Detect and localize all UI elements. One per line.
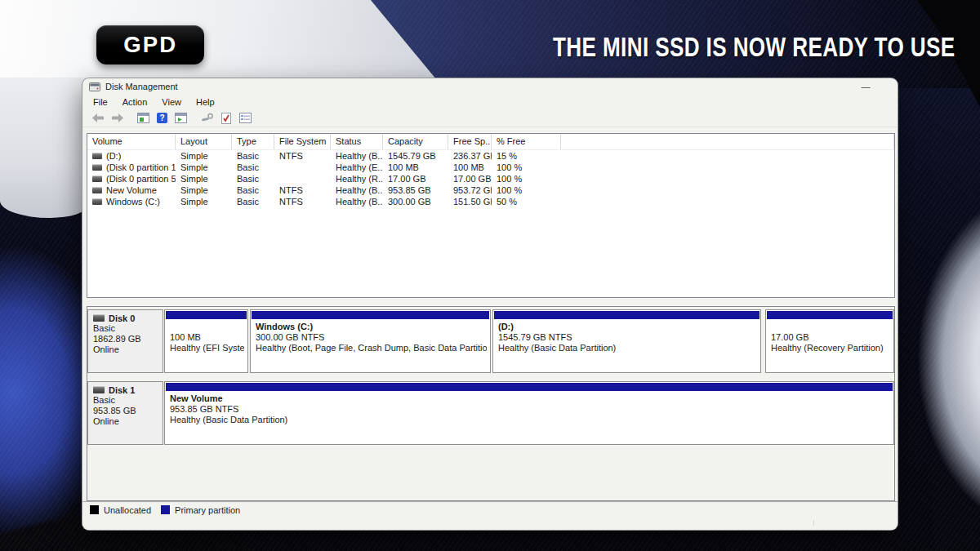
partition-status: Healthy (Basic Data Partition) — [498, 343, 757, 353]
disk-label[interactable]: Disk 1 Basic 953.85 GB Online — [87, 381, 163, 445]
cell-type: Basic — [232, 151, 274, 161]
cell-type: Basic — [232, 162, 274, 172]
table-row[interactable]: Windows (C:) Simple Basic NTFS Healthy (… — [87, 196, 894, 207]
disk-size: 1862.89 GB — [93, 334, 163, 344]
legend: Unallocated Primary partition — [82, 501, 898, 518]
cell-type: Basic — [232, 174, 274, 184]
table-row[interactable]: New Volume Simple Basic NTFS Healthy (B.… — [87, 184, 894, 196]
partition-title: New Volume — [170, 393, 890, 404]
volume-icon — [92, 164, 102, 171]
column-header-status[interactable]: Status — [331, 134, 383, 149]
cell-percent-free: 100 % — [492, 185, 561, 195]
window-title: Disk Management — [105, 82, 178, 91]
column-header-file-system[interactable]: File System — [274, 134, 331, 149]
partition-color-bar — [166, 383, 893, 391]
cell-layout: Simple — [176, 151, 232, 161]
cell-status: Healthy (B... — [331, 151, 383, 161]
cell-status: Healthy (B... — [331, 197, 383, 207]
gpd-logo-text: GPD — [123, 33, 177, 58]
menu-item-help[interactable]: Help — [196, 97, 215, 107]
window-title-bar[interactable]: Disk Management — — [82, 78, 898, 95]
partition-title — [771, 322, 890, 332]
cell-free-space: 151.50 GB — [448, 197, 492, 207]
partitions: 100 MB Healthy (EFI System Partition) Wi… — [164, 309, 894, 375]
column-header-free-space[interactable]: Free Sp... — [448, 134, 492, 149]
disk-name: Disk 0 — [109, 313, 135, 323]
help-icon[interactable]: ? — [154, 112, 169, 125]
disk-row: Disk 0 Basic 1862.89 GB Online 100 MB He… — [87, 309, 894, 375]
partition-title: Windows (C:) — [256, 322, 487, 332]
disk-label[interactable]: Disk 0 Basic 1862.89 GB Online — [87, 309, 163, 373]
partition-new-volume[interactable]: New Volume 953.85 GB NTFS Healthy (Basic… — [164, 381, 894, 445]
menu-item-action[interactable]: Action — [122, 97, 148, 107]
cell-percent-free: 50 % — [492, 197, 561, 207]
partition-color-bar — [166, 311, 247, 319]
cell-free-space: 953.72 GB — [448, 185, 492, 195]
cell-file-system: NTFS — [274, 197, 331, 207]
disk-management-window: Disk Management — File Action View Help … — [82, 78, 898, 531]
magnifier-icon[interactable] — [200, 112, 215, 125]
cell-free-space: 17.00 GB — [448, 174, 492, 184]
properties-icon[interactable] — [238, 112, 252, 125]
back-icon[interactable] — [91, 112, 105, 125]
cell-layout: Simple — [176, 185, 232, 195]
status-bar — [82, 518, 898, 530]
cell-capacity: 1545.79 GB — [383, 151, 448, 161]
cell-file-system: NTFS — [274, 185, 331, 195]
cell-volume: (Disk 0 partition 1) — [106, 162, 176, 172]
legend-label-unallocated: Unallocated — [104, 505, 151, 515]
disk-icon — [93, 386, 105, 393]
cell-free-space: 100 MB — [448, 162, 492, 172]
column-header-percent-free[interactable]: % Free — [492, 134, 561, 149]
menu-bar: File Action View Help — [82, 95, 898, 109]
partition-windows-c[interactable]: Windows (C:) 300.00 GB NTFS Healthy (Boo… — [250, 309, 491, 373]
partition-size: 300.00 GB NTFS — [256, 332, 487, 343]
partition-title — [170, 322, 244, 332]
cell-volume: New Volume — [106, 185, 157, 195]
partition-status: Healthy (Boot, Page File, Crash Dump, Ba… — [256, 343, 487, 353]
partition-color-bar — [252, 311, 489, 319]
disk-status: Online — [93, 416, 163, 427]
partition-status: Healthy (EFI System Partition) — [170, 343, 244, 353]
partition-d[interactable]: (D:) 1545.79 GB NTFS Healthy (Basic Data… — [492, 309, 761, 373]
cell-volume: Windows (C:) — [106, 197, 160, 207]
menu-item-view[interactable]: View — [162, 97, 181, 107]
table-row[interactable]: (Disk 0 partition 1) Simple Basic Health… — [87, 162, 894, 173]
cell-layout: Simple — [176, 174, 232, 184]
screen: GPD THE MINI SSD IS NOW READY TO USE Dis… — [0, 0, 980, 551]
disk-type: Basic — [93, 395, 163, 406]
disk-name: Disk 1 — [109, 385, 135, 395]
table-row[interactable]: (D:) Simple Basic NTFS Healthy (B... 154… — [87, 150, 894, 162]
cell-file-system: NTFS — [274, 151, 331, 161]
partition-status: Healthy (Basic Data Partition) — [170, 415, 890, 425]
task-check-icon[interactable] — [219, 112, 234, 125]
volume-icon — [92, 176, 102, 182]
table-header: Volume Layout Type File System Status Ca… — [87, 134, 894, 150]
disk-type: Basic — [93, 323, 163, 334]
cell-layout: Simple — [176, 197, 232, 207]
volume-icon — [92, 187, 102, 193]
legend-swatch-unallocated — [90, 505, 99, 514]
forward-icon[interactable] — [109, 112, 124, 125]
column-header-volume[interactable]: Volume — [87, 134, 176, 149]
disk-status: Online — [93, 344, 163, 355]
disk-size: 953.85 GB — [93, 406, 163, 416]
cell-status: Healthy (R... — [331, 174, 383, 184]
console-window-alt-icon[interactable] — [173, 112, 188, 125]
cell-type: Basic — [232, 197, 274, 207]
partition-title: (D:) — [498, 322, 757, 332]
partition-recovery[interactable]: 17.00 GB Healthy (Recovery Partition) — [765, 309, 894, 373]
legend-label-primary-partition: Primary partition — [175, 505, 240, 515]
menu-item-file[interactable]: File — [93, 97, 108, 107]
console-window-icon[interactable] — [136, 112, 150, 125]
partition-efi[interactable]: 100 MB Healthy (EFI System Partition) — [164, 309, 248, 373]
table-row[interactable]: (Disk 0 partition 5) Simple Basic Health… — [87, 173, 894, 184]
cell-percent-free: 15 % — [492, 151, 561, 161]
partition-size: 17.00 GB — [771, 332, 890, 343]
minimize-button[interactable]: — — [852, 78, 880, 94]
graph-view: Disk 0 Basic 1862.89 GB Online 100 MB He… — [87, 306, 895, 501]
column-header-type[interactable]: Type — [232, 134, 274, 149]
column-header-layout[interactable]: Layout — [176, 134, 232, 149]
column-header-capacity[interactable]: Capacity — [383, 134, 448, 149]
volume-icon — [92, 153, 102, 159]
